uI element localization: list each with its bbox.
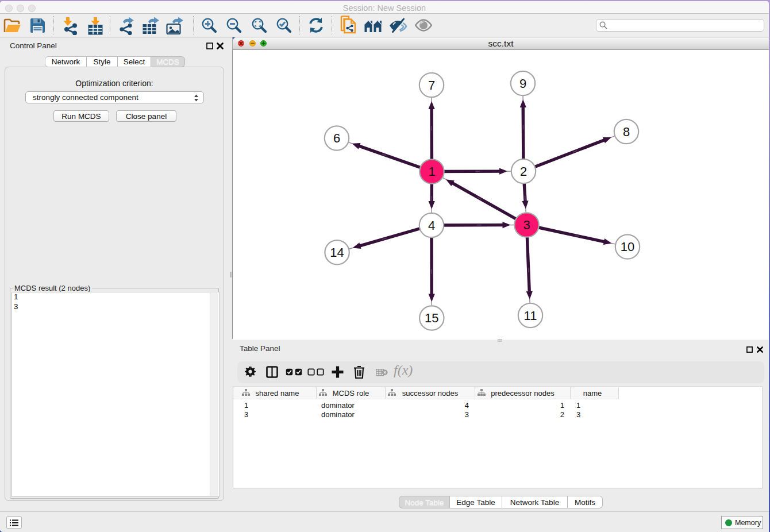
- svg-text:7: 7: [428, 78, 435, 92]
- svg-text:9: 9: [519, 76, 526, 91]
- svg-text:1: 1: [428, 164, 435, 179]
- svg-text:2: 2: [520, 164, 527, 179]
- svg-text:3: 3: [523, 218, 530, 232]
- svg-text:6: 6: [333, 131, 340, 145]
- svg-text:15: 15: [425, 311, 438, 325]
- svg-text:14: 14: [330, 245, 344, 260]
- svg-text:10: 10: [621, 240, 634, 254]
- svg-text:11: 11: [524, 309, 537, 323]
- svg-text:8: 8: [623, 125, 630, 139]
- svg-text:4: 4: [428, 218, 435, 233]
